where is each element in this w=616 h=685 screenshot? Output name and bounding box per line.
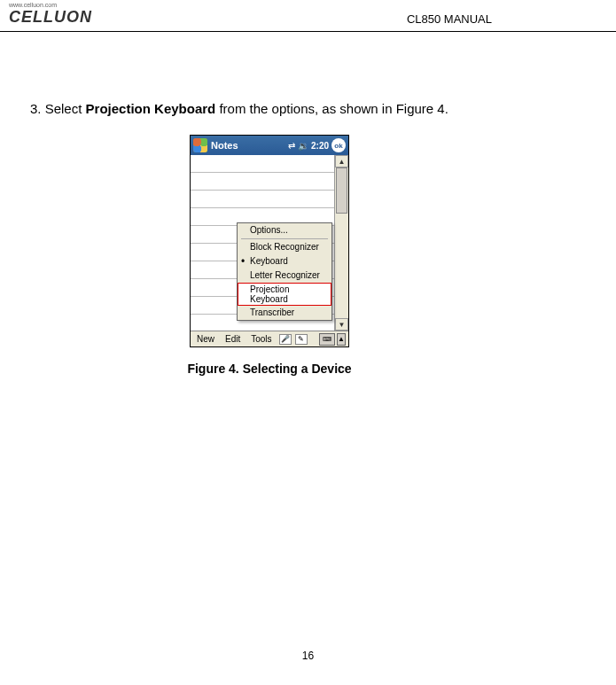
scrollbar[interactable]: ▲ ▼ [334, 155, 348, 331]
scroll-thumb[interactable] [336, 167, 347, 214]
doc-title: CL850 MANUAL [407, 12, 492, 26]
ok-button[interactable]: ok [331, 138, 346, 152]
start-icon[interactable] [193, 138, 207, 152]
bottombar-edit[interactable]: Edit [222, 334, 244, 344]
keyboard-icon[interactable]: ⌨ [319, 333, 335, 346]
menu-item-projection-keyboard[interactable]: Projection Keyboard [238, 283, 331, 306]
logo-url: www.celluon.com [9, 2, 92, 8]
app-bottombar: New Edit Tools 🎤 ✎ ⌨ ▲ [191, 331, 348, 346]
record-icon[interactable]: 🎤 [279, 334, 292, 345]
logo-text: CELLUON [9, 8, 92, 27]
app-titlebar: Notes ⇄ 🔉 2:20 ok [191, 136, 348, 155]
menu-item-letter-recognizer[interactable]: Letter Recognizer [238, 269, 331, 283]
menu-separator [241, 238, 328, 239]
clock-time: 2:20 [311, 141, 329, 151]
device-screenshot: Notes ⇄ 🔉 2:20 ok [190, 135, 349, 347]
note-line [191, 173, 334, 191]
menu-item-keyboard[interactable]: Keyboard [238, 254, 331, 269]
note-line [191, 155, 334, 173]
scroll-down-button[interactable]: ▼ [335, 318, 348, 331]
step-bold: Projection Keyboard [86, 101, 216, 116]
instruction-text: 3. Select Projection Keyboard from the o… [30, 96, 509, 122]
bottombar-tools[interactable]: Tools [247, 334, 275, 344]
speaker-icon[interactable]: 🔉 [298, 141, 308, 151]
menu-item-block-recognizer[interactable]: Block Recognizer [238, 240, 331, 254]
step-prefix: 3. Select [30, 101, 86, 116]
menu-item-options[interactable]: Options... [238, 223, 331, 237]
pen-icon[interactable]: ✎ [295, 334, 308, 345]
sync-icon[interactable]: ⇄ [288, 141, 295, 151]
logo: www.celluon.com CELLUON [9, 2, 92, 27]
menu-item-transcriber[interactable]: Transcriber [238, 306, 331, 320]
figure-caption: Figure 4. Selecting a Device [30, 362, 509, 376]
scroll-up-button[interactable]: ▲ [335, 155, 348, 167]
page-number: 16 [302, 650, 314, 662]
step-suffix: from the options, as shown in Figure 4. [215, 101, 448, 116]
app-title: Notes [211, 140, 288, 151]
note-line [191, 191, 334, 208]
input-selector-arrow-icon[interactable]: ▲ [337, 333, 346, 346]
bottombar-new[interactable]: New [193, 334, 218, 344]
input-method-menu: Options... Block Recognizer Keyboard Let… [237, 222, 332, 321]
page-content: 3. Select Projection Keyboard from the o… [30, 96, 509, 376]
page-header: www.celluon.com CELLUON CL850 MANUAL [0, 0, 616, 32]
